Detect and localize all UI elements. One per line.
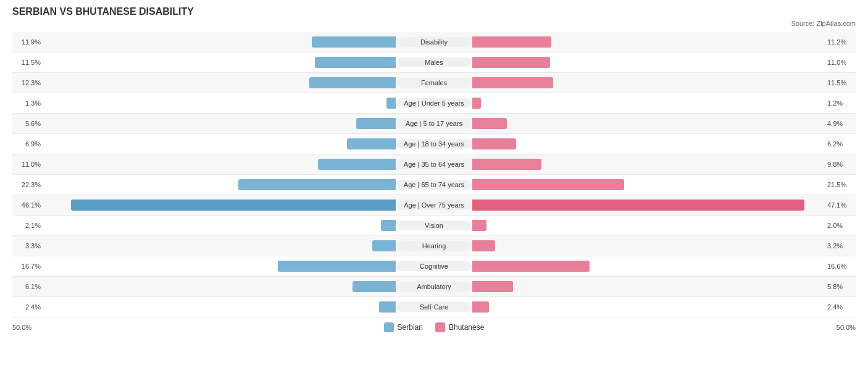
source-label: Source: ZipAtlas.com: [12, 20, 856, 27]
left-value: 6.1%: [12, 283, 43, 290]
right-value: 47.1%: [825, 201, 856, 209]
left-bar: [347, 138, 396, 149]
left-bar: [312, 36, 396, 48]
right-value: 5.8%: [825, 283, 856, 290]
chart-row: 3.3%Hearing3.2%: [12, 236, 856, 256]
right-value: 16.6%: [825, 262, 856, 270]
left-bar-container: [43, 117, 397, 130]
left-bar-container: [43, 199, 397, 211]
right-bar: [472, 118, 507, 129]
serbian-legend-label: Serbian: [398, 323, 423, 332]
right-bar-container: [471, 260, 825, 272]
chart-row: 11.9%Disability11.2%: [12, 32, 856, 52]
left-bar-container: [43, 178, 397, 191]
bars-area: Age | 18 to 34 years: [43, 134, 825, 154]
chart-row: 11.0%Age | 35 to 64 years9.8%: [12, 154, 856, 175]
chart-row: 46.1%Age | Over 75 years47.1%: [12, 195, 856, 216]
bar-label: Age | 35 to 64 years: [397, 159, 471, 169]
footer: 50.0% Serbian Bhutanese 50.0%: [12, 322, 856, 332]
left-bar-container: [43, 301, 397, 313]
chart-row: 22.3%Age | 65 to 74 years21.5%: [12, 175, 856, 195]
chart-container: 11.9%Disability11.2%11.5%Males11.0%12.3%…: [12, 32, 856, 317]
left-value: 1.3%: [12, 99, 43, 107]
bars-area: Age | Under 5 years: [43, 93, 825, 113]
bars-area: Age | 65 to 74 years: [43, 175, 825, 195]
chart-row: 1.3%Age | Under 5 years1.2%: [12, 93, 856, 114]
right-value: 11.2%: [825, 38, 856, 46]
right-bar: [472, 57, 550, 68]
left-bar: [372, 240, 396, 251]
left-bar: [71, 200, 396, 211]
right-value: 4.9%: [825, 120, 856, 127]
right-bar-container: [471, 117, 825, 130]
right-bar-container: [471, 178, 825, 191]
bar-label: Cognitive: [397, 261, 471, 271]
left-value: 16.7%: [12, 262, 43, 270]
right-bar-container: [471, 240, 825, 252]
chart-row: 2.4%Self-Care2.4%: [12, 297, 856, 317]
right-bar-container: [471, 219, 825, 232]
bar-label: Disability: [397, 37, 471, 47]
right-bar: [472, 159, 541, 170]
left-bar: [315, 57, 396, 68]
right-bar-container: [471, 36, 825, 48]
bar-label: Females: [397, 78, 471, 88]
right-bar: [472, 240, 495, 251]
legend-bhutanese: Bhutanese: [435, 322, 484, 332]
right-bar-container: [471, 158, 825, 170]
bars-area: Self-Care: [43, 297, 825, 317]
left-bar: [353, 281, 396, 292]
bar-label: Age | 5 to 17 years: [397, 119, 471, 128]
right-bar-container: [471, 138, 825, 150]
right-value: 11.5%: [825, 79, 856, 86]
right-value: 21.5%: [825, 181, 856, 188]
left-bar: [309, 77, 396, 88]
right-axis-label: 50.0%: [825, 324, 856, 331]
right-bar: [472, 281, 513, 292]
right-value: 1.2%: [825, 99, 856, 107]
right-bar: [472, 77, 553, 88]
legend-serbian: Serbian: [384, 322, 423, 332]
bars-area: Cognitive: [43, 256, 825, 276]
bars-area: Females: [43, 73, 825, 93]
bar-label: Hearing: [397, 241, 471, 251]
bars-area: Age | 35 to 64 years: [43, 154, 825, 174]
left-value: 11.0%: [12, 161, 43, 168]
bar-label: Age | 65 to 74 years: [397, 180, 471, 190]
page-title: SERBIAN VS BHUTANESE DISABILITY: [12, 6, 856, 17]
bar-label: Ambulatory: [397, 282, 471, 292]
chart-row: 16.7%Cognitive16.6%: [12, 256, 856, 277]
left-value: 46.1%: [12, 201, 43, 209]
bars-area: Ambulatory: [43, 277, 825, 296]
right-bar-container: [471, 280, 825, 293]
right-value: 2.4%: [825, 303, 856, 311]
right-bar: [472, 179, 624, 190]
left-value: 5.6%: [12, 120, 43, 127]
right-bar-container: [471, 77, 825, 89]
bar-label: Males: [397, 57, 471, 67]
bhutanese-color-swatch: [435, 322, 445, 332]
left-value: 2.4%: [12, 303, 43, 311]
left-bar: [386, 98, 396, 109]
bhutanese-legend-label: Bhutanese: [449, 323, 484, 332]
right-bar: [472, 36, 551, 48]
bar-label: Age | Under 5 years: [397, 98, 471, 108]
bar-label: Vision: [397, 220, 471, 230]
right-value: 2.0%: [825, 222, 856, 229]
bars-area: Vision: [43, 216, 825, 235]
left-value: 6.9%: [12, 140, 43, 148]
left-value: 22.3%: [12, 181, 43, 188]
bars-area: Age | 5 to 17 years: [43, 114, 825, 133]
left-value: 11.9%: [12, 38, 43, 46]
right-value: 3.2%: [825, 242, 856, 250]
left-bar: [278, 261, 396, 272]
serbian-color-swatch: [384, 322, 394, 332]
right-value: 6.2%: [825, 140, 856, 148]
right-bar: [472, 261, 590, 272]
chart-row: 6.1%Ambulatory5.8%: [12, 277, 856, 297]
right-bar-container: [471, 97, 825, 109]
chart-row: 12.3%Females11.5%: [12, 73, 856, 93]
chart-row: 11.5%Males11.0%: [12, 52, 856, 73]
left-bar: [381, 220, 396, 231]
bars-area: Disability: [43, 32, 825, 52]
